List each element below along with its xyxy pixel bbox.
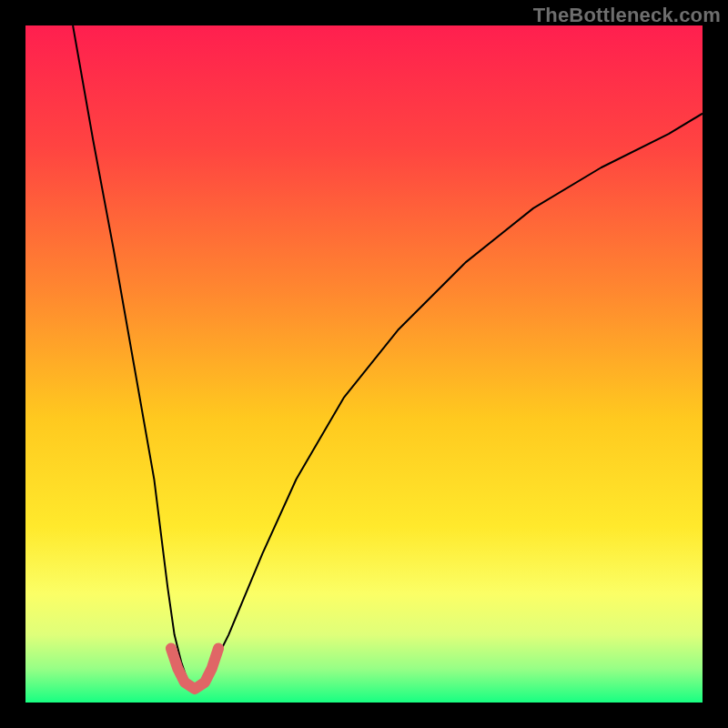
gradient-background — [25, 25, 703, 703]
watermark-label: TheBottleneck.com — [533, 4, 721, 27]
chart-frame — [25, 25, 703, 703]
chart-plot — [25, 25, 703, 703]
